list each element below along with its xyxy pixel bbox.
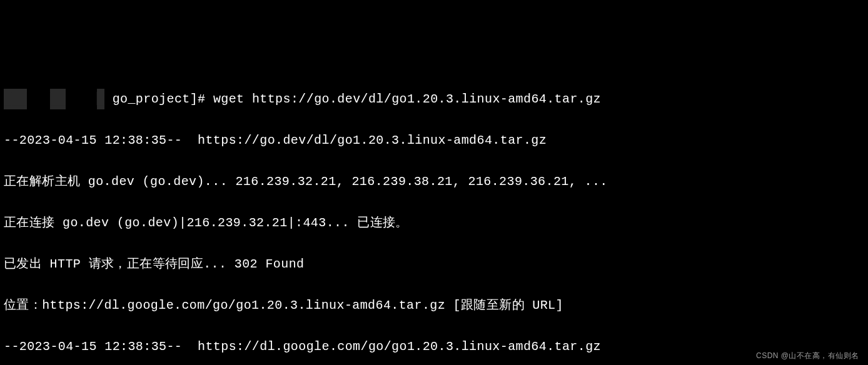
- output-line: --2023-04-15 12:38:35-- https://dl.googl…: [4, 336, 864, 357]
- output-line: 正在解析主机 go.dev (go.dev)... 216.239.32.21,…: [4, 171, 864, 192]
- redacted-host: ██: [50, 89, 66, 109]
- watermark-text: CSDN @山不在高，有仙则名: [756, 350, 859, 362]
- prompt-dir: go_project]#: [104, 92, 213, 106]
- output-line: 位置：https://dl.google.com/go/go1.20.3.lin…: [4, 295, 864, 316]
- command-text: wget https://go.dev/dl/go1.20.3.linux-am…: [213, 92, 601, 106]
- output-line: 已发出 HTTP 请求，正在等待回应... 302 Found: [4, 254, 864, 274]
- redacted-user: ███: [4, 89, 27, 109]
- output-line: --2023-04-15 12:38:35-- https://go.dev/d…: [4, 130, 864, 151]
- redacted-path: █: [97, 89, 104, 109]
- output-line: 正在连接 go.dev (go.dev)|216.239.32.21|:443.…: [4, 212, 864, 233]
- terminal-prompt-line: ███ ██ █ go_project]# wget https://go.de…: [4, 89, 864, 109]
